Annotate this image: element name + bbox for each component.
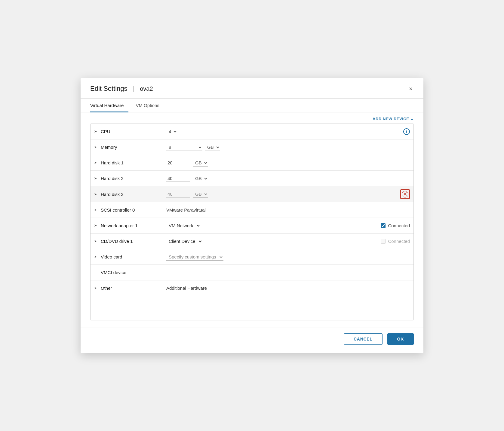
other-row: ➤ Other Additional Hardware bbox=[91, 280, 413, 296]
other-value-area: Additional Hardware bbox=[166, 286, 410, 291]
other-label: Other bbox=[101, 286, 112, 291]
dialog-title-area: Edit Settings | ova2 bbox=[90, 85, 153, 93]
hard-disk-1-row: ➤ Hard disk 1 GB MB TB bbox=[91, 155, 413, 171]
cpu-row: ➤ CPU 4 1 2 8 i bbox=[91, 124, 413, 139]
video-card-settings-select[interactable]: Specify custom settings bbox=[166, 253, 223, 261]
other-expand-chevron[interactable]: ➤ bbox=[94, 286, 98, 290]
cpu-expand-chevron[interactable]: ➤ bbox=[94, 130, 98, 133]
cd-dvd-value-area: Client Device bbox=[166, 238, 381, 245]
memory-label: Memory bbox=[101, 145, 117, 150]
hard-disk-3-label: Hard disk 3 bbox=[101, 192, 124, 197]
hard-disk-3-unit-select[interactable]: GB MB TB bbox=[193, 191, 208, 198]
hard-disk-2-label: Hard disk 2 bbox=[101, 176, 124, 181]
network-adapter-row: ➤ Network adapter 1 VM Network Connected bbox=[91, 218, 413, 234]
hard-disk-3-size-input[interactable] bbox=[166, 191, 190, 197]
video-card-label: Video card bbox=[101, 254, 122, 259]
network-connected-checkbox[interactable] bbox=[381, 223, 386, 228]
memory-value-area: 8 4 16 GB MB bbox=[166, 144, 410, 151]
hard-disk-3-label-area: ➤ Hard disk 3 bbox=[94, 192, 166, 197]
network-adapter-value-area: VM Network bbox=[166, 222, 381, 229]
add-new-device-button[interactable]: ADD NEW DEVICE ⌄ bbox=[373, 117, 414, 121]
cd-dvd-label: CD/DVD drive 1 bbox=[101, 239, 133, 244]
hard-disk-1-value-area: GB MB TB bbox=[166, 159, 410, 167]
hardware-table: ➤ CPU 4 1 2 8 i ➤ Memory bbox=[90, 124, 414, 320]
memory-unit-select[interactable]: GB MB bbox=[205, 144, 220, 151]
cd-dvd-connected-text: Connected bbox=[388, 239, 410, 244]
memory-amount-select[interactable]: 8 4 16 bbox=[166, 144, 202, 151]
network-adapter-label-area: ➤ Network adapter 1 bbox=[94, 223, 166, 228]
title-separator: | bbox=[133, 85, 135, 93]
dialog-body: ADD NEW DEVICE ⌄ ➤ CPU 4 1 2 8 bbox=[81, 112, 423, 328]
cd-dvd-label-area: ➤ CD/DVD drive 1 bbox=[94, 239, 166, 244]
hard-disk-2-value-area: GB MB TB bbox=[166, 175, 410, 182]
video-card-label-area: ➤ Video card bbox=[94, 254, 166, 259]
hard-disk-2-size-input[interactable] bbox=[166, 175, 190, 182]
hard-disk-3-value-area: GB MB TB bbox=[166, 191, 400, 198]
memory-label-area: ➤ Memory bbox=[94, 145, 166, 150]
network-connected-label: Connected bbox=[381, 223, 410, 228]
hard-disk-2-label-area: ➤ Hard disk 2 bbox=[94, 176, 166, 181]
vmci-device-row: ➤ VMCI device bbox=[91, 265, 413, 280]
cpu-value-area: 4 1 2 8 bbox=[166, 128, 403, 135]
cd-dvd-device-select[interactable]: Client Device bbox=[166, 238, 203, 245]
memory-row: ➤ Memory 8 4 16 GB MB bbox=[91, 139, 413, 155]
hard-disk-1-label-area: ➤ Hard disk 1 bbox=[94, 160, 166, 165]
remove-x-icon: ✕ bbox=[402, 191, 408, 197]
cancel-button[interactable]: CANCEL bbox=[344, 333, 383, 345]
cd-dvd-connected-checkbox[interactable] bbox=[381, 239, 386, 244]
tabs-bar: Virtual Hardware VM Options bbox=[81, 99, 423, 112]
edit-settings-dialog: Edit Settings | ova2 × Virtual Hardware … bbox=[81, 78, 423, 353]
dialog-subtitle: ova2 bbox=[140, 85, 153, 92]
network-adapter-network-select[interactable]: VM Network bbox=[166, 222, 201, 229]
close-button[interactable]: × bbox=[408, 84, 414, 93]
scsi-value-area: VMware Paravirtual bbox=[166, 207, 410, 212]
other-value-text: Additional Hardware bbox=[166, 286, 207, 291]
network-adapter-label: Network adapter 1 bbox=[101, 223, 138, 228]
network-connected-text: Connected bbox=[388, 223, 410, 228]
hard-disk-3-expand-chevron[interactable]: ➤ bbox=[94, 192, 98, 196]
video-card-value-area: Specify custom settings bbox=[166, 253, 410, 261]
hard-disk-3-remove-button[interactable]: ✕ bbox=[400, 189, 410, 199]
hard-disk-1-expand-chevron[interactable]: ➤ bbox=[94, 161, 98, 165]
other-label-area: ➤ Other bbox=[94, 286, 166, 291]
scsi-value-text: VMware Paravirtual bbox=[166, 207, 206, 212]
tab-vm-options[interactable]: VM Options bbox=[136, 99, 164, 112]
add-device-bar: ADD NEW DEVICE ⌄ bbox=[90, 112, 414, 124]
cd-dvd-row: ➤ CD/DVD drive 1 Client Device Connected bbox=[91, 234, 413, 249]
ok-button[interactable]: OK bbox=[387, 333, 414, 345]
hard-disk-2-unit-select[interactable]: GB MB TB bbox=[193, 175, 208, 182]
scsi-label: SCSI controller 0 bbox=[101, 207, 135, 212]
memory-expand-chevron[interactable]: ➤ bbox=[94, 145, 98, 149]
video-card-row: ➤ Video card Specify custom settings bbox=[91, 249, 413, 265]
hard-disk-1-unit-select[interactable]: GB MB TB bbox=[193, 159, 208, 167]
video-card-expand-chevron[interactable]: ➤ bbox=[94, 255, 98, 259]
table-empty-area bbox=[91, 296, 413, 320]
cpu-label: CPU bbox=[101, 129, 110, 134]
network-adapter-expand-chevron[interactable]: ➤ bbox=[94, 224, 98, 228]
cd-dvd-connected-label: Connected bbox=[381, 239, 410, 244]
scsi-controller-row: ➤ SCSI controller 0 VMware Paravirtual bbox=[91, 202, 413, 218]
dialog-header: Edit Settings | ova2 × bbox=[81, 78, 423, 99]
vmci-label-area: ➤ VMCI device bbox=[94, 270, 166, 275]
hard-disk-1-label: Hard disk 1 bbox=[101, 160, 124, 165]
hard-disk-2-expand-chevron[interactable]: ➤ bbox=[94, 176, 98, 180]
hard-disk-2-row: ➤ Hard disk 2 GB MB TB bbox=[91, 171, 413, 186]
dialog-footer: CANCEL OK bbox=[81, 328, 423, 353]
cpu-label-area: ➤ CPU bbox=[94, 129, 166, 134]
hard-disk-3-row: ➤ Hard disk 3 GB MB TB ✕ bbox=[91, 186, 413, 202]
dialog-title: Edit Settings bbox=[90, 85, 128, 93]
scsi-expand-chevron[interactable]: ➤ bbox=[94, 208, 98, 212]
cd-dvd-expand-chevron[interactable]: ➤ bbox=[94, 239, 98, 243]
vmci-label: VMCI device bbox=[101, 270, 126, 275]
cpu-info-icon[interactable]: i bbox=[403, 128, 410, 135]
hard-disk-1-size-input[interactable] bbox=[166, 160, 190, 166]
tab-virtual-hardware[interactable]: Virtual Hardware bbox=[90, 99, 128, 112]
scsi-label-area: ➤ SCSI controller 0 bbox=[94, 207, 166, 212]
cpu-count-select[interactable]: 4 1 2 8 bbox=[166, 128, 177, 135]
